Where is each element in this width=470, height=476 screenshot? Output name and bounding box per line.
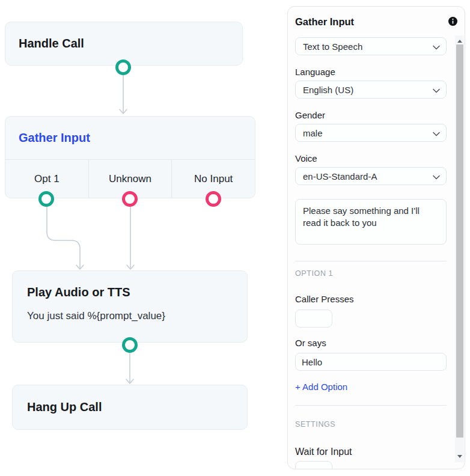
flow-canvas[interactable]: Handle Call Gather Input Opt 1 Unknown N…: [0, 0, 282, 476]
edge-arrowhead: [126, 379, 133, 383]
option1-section-label: OPTION 1: [295, 269, 333, 278]
node-title-play-audio: Play Audio or TTS: [27, 285, 247, 299]
panel-scrollbar[interactable]: [455, 35, 464, 462]
call-flow-builder: Handle Call Gather Input Opt 1 Unknown N…: [0, 0, 470, 476]
section-divider: [295, 405, 447, 406]
node-title-hang-up: Hang Up Call: [27, 400, 102, 414]
port-opt1-output[interactable]: [38, 191, 54, 207]
info-icon[interactable]: [448, 17, 457, 26]
language-value: English (US): [303, 85, 353, 95]
node-gather-input[interactable]: Gather Input Opt 1 Unknown No Input: [5, 116, 255, 198]
chevron-down-icon: [433, 171, 440, 182]
wait-for-input-label: Wait for Input: [295, 447, 352, 457]
port-unknown-output[interactable]: [122, 191, 138, 207]
node-body-play-audio: You just said %{prompt_value}: [27, 310, 247, 322]
port-play-audio-output[interactable]: [122, 337, 138, 353]
voice-value: en-US-Standard-A: [303, 171, 377, 182]
edge-arrowhead: [120, 109, 127, 114]
edge-arrowhead: [127, 265, 134, 269]
gender-value: male: [303, 128, 323, 138]
chevron-down-icon: [433, 85, 440, 95]
gender-label: Gender: [295, 110, 325, 120]
language-label: Language: [295, 67, 335, 77]
caller-presses-input[interactable]: [295, 310, 332, 328]
edge-opt1-to-play: [47, 207, 80, 268]
scrollbar-thumb[interactable]: [456, 44, 463, 438]
port-handle-call-output[interactable]: [115, 60, 131, 75]
settings-section-label: SETTINGS: [295, 420, 335, 429]
node-gather-title-row: Gather Input: [5, 117, 255, 160]
panel-title: Gather Input: [295, 16, 354, 28]
voice-select[interactable]: en-US-Standard-A: [295, 167, 447, 185]
section-divider: [295, 261, 447, 261]
chevron-down-icon: [433, 41, 440, 52]
node-hang-up-call[interactable]: Hang Up Call: [12, 385, 248, 430]
or-says-input[interactable]: [295, 353, 447, 371]
node-title-gather-input: Gather Input: [19, 131, 90, 145]
chevron-down-icon: [433, 128, 440, 138]
scrollbar-up-arrow[interactable]: [457, 40, 462, 43]
language-select[interactable]: English (US): [295, 81, 447, 99]
prompt-textarea[interactable]: Please say something and I'll read it ba…: [295, 199, 447, 245]
tts-mode-select[interactable]: Text to Speech: [295, 37, 447, 55]
wait-for-input-input[interactable]: [295, 461, 332, 469]
add-option-link[interactable]: + Add Option: [295, 382, 347, 392]
scrollbar-down-arrow[interactable]: [457, 455, 462, 458]
edge-arrowhead: [76, 265, 84, 269]
port-no-input-output[interactable]: [206, 191, 221, 207]
node-title-handle-call: Handle Call: [19, 37, 84, 50]
properties-panel: Gather Input Text to Speech Language Eng…: [287, 6, 465, 469]
tts-mode-value: Text to Speech: [303, 41, 362, 52]
voice-label: Voice: [295, 153, 317, 163]
panel-inner: Gather Input Text to Speech Language Eng…: [288, 7, 465, 469]
gender-select[interactable]: male: [295, 124, 447, 142]
node-play-audio-tts[interactable]: Play Audio or TTS You just said %{prompt…: [12, 270, 248, 343]
or-says-label: Or says: [295, 338, 326, 348]
caller-presses-label: Caller Presses: [295, 294, 354, 304]
